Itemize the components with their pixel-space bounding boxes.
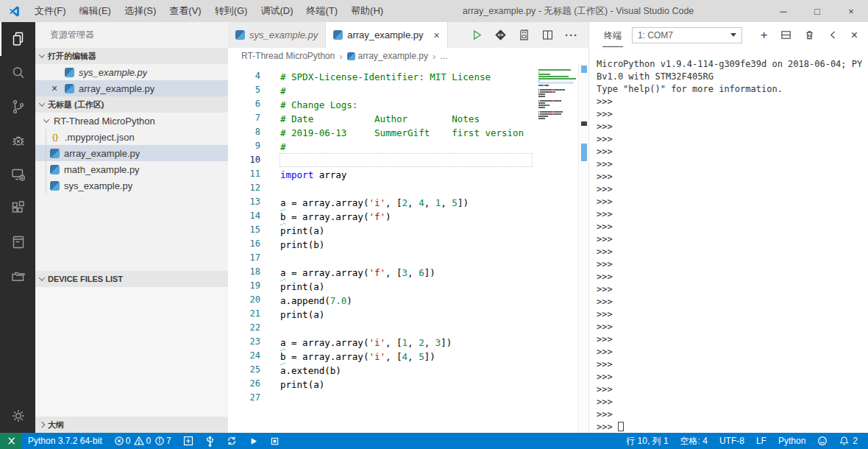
menu-item[interactable]: 终端(T) xyxy=(299,0,344,22)
code-token: # 2019-06-13 SummerGift first version xyxy=(280,127,524,138)
code-text: print(a) xyxy=(280,377,533,391)
terminal-prompt-line: >>> xyxy=(597,233,865,246)
language-mode[interactable]: Python xyxy=(772,433,811,449)
minimap[interactable] xyxy=(538,68,574,121)
tab-terminal[interactable]: 终端 xyxy=(602,23,623,47)
terminal-instance-select[interactable]: 1: COM7 xyxy=(632,27,742,43)
indentation[interactable]: 空格: 4 xyxy=(675,433,714,449)
sync-button[interactable] xyxy=(221,433,243,449)
activitybar-settings[interactable] xyxy=(0,399,35,433)
python-interpreter[interactable]: Python 3.7.2 64-bit xyxy=(22,433,108,449)
tree-item[interactable]: array_example.py xyxy=(35,145,228,161)
tree-item[interactable]: sys_example.py xyxy=(35,177,228,194)
code-token: , [ xyxy=(385,267,402,278)
remote-indicator[interactable] xyxy=(0,433,22,449)
terminal-prompt-line: >>> xyxy=(597,346,865,358)
minimap-seg xyxy=(538,113,539,115)
extensions-icon xyxy=(10,199,27,217)
code-line: 9# xyxy=(228,139,537,153)
run-button[interactable] xyxy=(243,433,264,449)
kill-terminal-icon[interactable] xyxy=(804,29,815,40)
open-editor-item[interactable]: ×array_example.py xyxy=(35,80,228,96)
menu-item[interactable]: 转到(G) xyxy=(208,0,255,22)
run-file-icon[interactable] xyxy=(471,29,483,41)
cursor-position[interactable]: 行 10, 列 1 xyxy=(620,433,674,449)
minimap-seg xyxy=(538,74,550,75)
menu-item[interactable]: 编辑(E) xyxy=(73,0,118,22)
terminal-prompt-line: >>> xyxy=(597,171,865,183)
terminal-prompt-line: >>> xyxy=(597,409,865,421)
terminal-output[interactable]: MicroPython v1.9.4-114-g309fe39d on 2018… xyxy=(589,48,868,433)
download-to-device-icon[interactable] xyxy=(494,29,507,41)
code-editor[interactable]: 4# SPDX-License-Identifier: MIT License5… xyxy=(228,64,588,433)
tab-array_example.py[interactable]: array_example.py× xyxy=(326,22,448,48)
eol-selector[interactable]: LF xyxy=(750,433,772,449)
ruler-mark xyxy=(581,144,587,161)
editor-actions: ··· xyxy=(471,22,588,48)
menu-item[interactable]: 选择(S) xyxy=(118,0,163,22)
file-label: array_example.py xyxy=(64,148,140,159)
activitybar-extensions[interactable] xyxy=(0,191,35,225)
problems-indicator[interactable]: 0 0 7 xyxy=(108,433,177,449)
feedback-button[interactable] xyxy=(811,433,833,449)
activitybar-search[interactable] xyxy=(0,56,35,90)
tab-sys_example.py[interactable]: sys_example.py xyxy=(228,22,326,48)
section-workspace[interactable]: 无标题 (工作区) xyxy=(35,96,228,113)
menu-item[interactable]: 文件(F) xyxy=(28,0,73,22)
section-outline[interactable]: 大纲 xyxy=(35,417,228,433)
maximize-button[interactable]: □ xyxy=(800,0,834,22)
breadcrumb-symbol[interactable]: ... xyxy=(440,51,447,61)
code-token: 2 xyxy=(419,337,424,348)
statusbar-right: 行 10, 列 1 空格: 4 UTF-8 LF Python 2 xyxy=(620,433,868,449)
code-token: = array.array( xyxy=(286,267,369,278)
stop-button[interactable] xyxy=(264,433,285,449)
line-number: 7 xyxy=(228,111,260,125)
terminal-line: Type "help()" for more information. xyxy=(597,83,865,96)
line-number: 6 xyxy=(228,97,260,111)
split-terminal-icon[interactable] xyxy=(780,29,791,40)
usb-icon xyxy=(205,436,215,447)
section-device-files[interactable]: DEVICE FILES LIST xyxy=(35,271,228,287)
encoding[interactable]: UTF-8 xyxy=(714,433,750,449)
activitybar-remote-device[interactable] xyxy=(0,158,35,191)
notifications-button[interactable]: 2 xyxy=(833,433,864,449)
overview-ruler[interactable] xyxy=(578,64,588,433)
line-number: 20 xyxy=(228,293,260,307)
menu-item[interactable]: 查看(V) xyxy=(163,0,207,22)
open-editor-item[interactable]: sys_example.py xyxy=(35,64,228,80)
section-open-editors[interactable]: 打开的编辑器 xyxy=(35,48,228,64)
activitybar-folders[interactable] xyxy=(0,259,35,293)
close-panel-icon[interactable]: × xyxy=(851,29,858,41)
tree-item[interactable]: {}.mpyproject.json xyxy=(35,129,228,145)
tree-item[interactable]: math_example.py xyxy=(35,161,228,177)
breadcrumb-file[interactable]: array_example.py xyxy=(347,51,428,61)
activitybar-explorer[interactable] xyxy=(0,22,35,56)
activitybar-notebook[interactable] xyxy=(0,225,35,259)
usb-device-button[interactable] xyxy=(199,433,221,449)
tree-folder[interactable]: RT-Thread MicroPython xyxy=(35,113,228,129)
activitybar-source-control[interactable] xyxy=(0,90,35,124)
menu-item[interactable]: 帮助(H) xyxy=(344,0,390,22)
activitybar-debug[interactable] xyxy=(0,124,35,158)
close-icon[interactable]: × xyxy=(434,29,440,41)
terminal-prompt-line: >>> xyxy=(597,358,865,371)
minimize-button[interactable]: ─ xyxy=(766,0,800,22)
split-editor-icon[interactable] xyxy=(541,29,554,41)
collapse-panel-icon[interactable] xyxy=(828,29,839,40)
code-token: print(a) xyxy=(280,225,324,236)
memory-card-icon[interactable] xyxy=(518,29,530,41)
errors-group: 0 xyxy=(114,436,131,446)
add-project-button[interactable] xyxy=(177,433,199,449)
close-button[interactable]: × xyxy=(834,0,868,22)
more-actions-icon[interactable]: ··· xyxy=(565,29,578,41)
ruler-mark xyxy=(581,66,587,73)
minimap-seg xyxy=(538,71,539,73)
file-label: .mpyproject.json xyxy=(65,132,135,143)
menu-item[interactable]: 调试(D) xyxy=(254,0,299,22)
new-terminal-icon[interactable]: + xyxy=(761,29,768,41)
breadcrumb-separator: › xyxy=(339,51,342,62)
breadcrumb-folder[interactable]: RT-Thread MicroPython xyxy=(241,51,335,61)
code-line: 25a.extend(b) xyxy=(228,363,537,377)
search-icon xyxy=(10,64,27,82)
close-icon[interactable]: × xyxy=(51,82,65,94)
